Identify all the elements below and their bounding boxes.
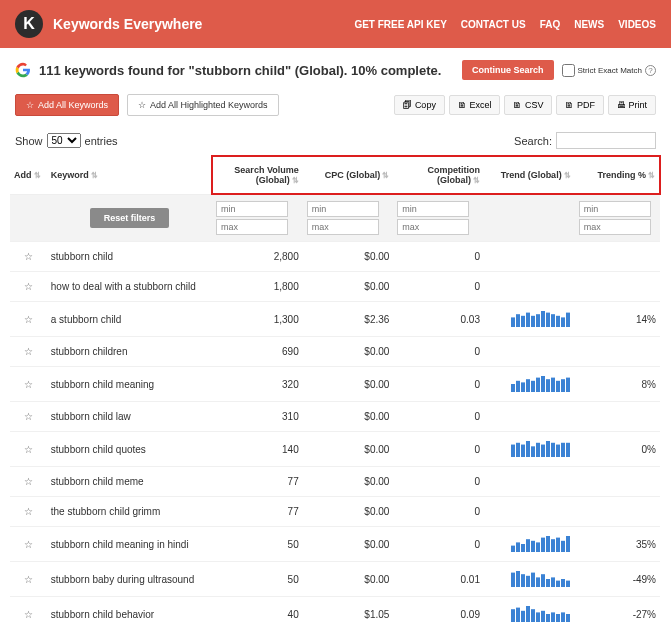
nav-api-key[interactable]: GET FREE API KEY	[354, 19, 446, 30]
nav-faq[interactable]: FAQ	[540, 19, 561, 30]
svg-rect-53	[536, 577, 540, 587]
trending-min-input[interactable]	[579, 201, 651, 217]
add-all-keywords-button[interactable]: ☆ Add All Keywords	[15, 94, 119, 116]
svg-rect-28	[531, 446, 535, 457]
table-row: ☆ stubborn child quotes 140 $0.00 0 0%	[10, 432, 660, 467]
col-trend[interactable]: Trend (Global)⇅	[484, 156, 575, 194]
excel-button[interactable]: 🗎 Excel	[449, 95, 501, 115]
svg-rect-4	[531, 316, 535, 327]
svg-rect-70	[561, 612, 565, 622]
csv-button[interactable]: 🗎 CSV	[504, 95, 552, 115]
copy-button[interactable]: 🗐 Copy	[394, 95, 445, 115]
star-icon[interactable]: ☆	[24, 506, 33, 517]
comp-cell: 0	[393, 242, 484, 272]
table-row: ☆ stubborn child 2,800 $0.00 0	[10, 242, 660, 272]
trending-cell	[575, 467, 660, 497]
trending-cell	[575, 337, 660, 367]
comp-max-input[interactable]	[397, 219, 469, 235]
col-trending[interactable]: Trending %⇅	[575, 156, 660, 194]
strict-label: Strict Exact Match	[578, 66, 642, 75]
col-competition[interactable]: Competition (Global)⇅	[393, 156, 484, 194]
print-button[interactable]: 🖶 Print	[608, 95, 656, 115]
svg-rect-57	[556, 581, 560, 587]
table-row: ☆ stubborn child law 310 $0.00 0	[10, 402, 660, 432]
svg-rect-35	[566, 443, 570, 457]
star-icon[interactable]: ☆	[24, 379, 33, 390]
svg-rect-59	[566, 581, 570, 587]
cpc-min-input[interactable]	[307, 201, 379, 217]
col-volume[interactable]: Search Volume (Global)⇅	[212, 156, 303, 194]
cpc-cell: $0.00	[303, 337, 394, 367]
nav-videos[interactable]: VIDEOS	[618, 19, 656, 30]
search-input[interactable]	[556, 132, 656, 149]
col-keyword[interactable]: Keyword⇅	[47, 156, 212, 194]
add-highlighted-button[interactable]: ☆ Add All Highlighted Keywords	[127, 94, 279, 116]
star-icon[interactable]: ☆	[24, 314, 33, 325]
svg-rect-13	[516, 381, 520, 392]
comp-cell: 0.01	[393, 562, 484, 597]
cpc-cell: $0.00	[303, 562, 394, 597]
actions-row: ☆ Add All Keywords ☆ Add All Highlighted…	[0, 88, 671, 122]
keyword-cell: stubborn child quotes	[47, 432, 212, 467]
svg-rect-69	[556, 614, 560, 622]
nav-contact[interactable]: CONTACT US	[461, 19, 526, 30]
star-icon[interactable]: ☆	[24, 251, 33, 262]
volume-cell: 50	[212, 562, 303, 597]
trend-cell	[484, 527, 575, 562]
cpc-max-input[interactable]	[307, 219, 379, 235]
comp-min-input[interactable]	[397, 201, 469, 217]
svg-rect-40	[531, 541, 535, 552]
volume-cell: 310	[212, 402, 303, 432]
volume-min-input[interactable]	[216, 201, 288, 217]
star-icon[interactable]: ☆	[24, 346, 33, 357]
trending-cell: 8%	[575, 367, 660, 402]
keyword-cell: the stubborn child grimm	[47, 497, 212, 527]
svg-rect-5	[536, 314, 540, 327]
keyword-cell: stubborn baby during ultrasound	[47, 562, 212, 597]
svg-rect-44	[551, 539, 555, 552]
svg-rect-62	[521, 611, 525, 622]
svg-rect-64	[531, 609, 535, 622]
svg-rect-47	[566, 536, 570, 552]
strict-match-toggle[interactable]: Strict Exact Match ?	[562, 64, 656, 77]
star-icon[interactable]: ☆	[24, 476, 33, 487]
entries-suffix: entries	[85, 135, 118, 147]
trend-sparkline	[511, 571, 571, 587]
star-icon[interactable]: ☆	[24, 411, 33, 422]
comp-cell: 0	[393, 367, 484, 402]
svg-rect-21	[556, 381, 560, 392]
nav-news[interactable]: NEWS	[574, 19, 604, 30]
svg-rect-24	[511, 445, 515, 457]
volume-cell: 690	[212, 337, 303, 367]
svg-rect-29	[536, 443, 540, 457]
volume-max-input[interactable]	[216, 219, 288, 235]
info-icon[interactable]: ?	[645, 65, 656, 76]
trending-max-input[interactable]	[579, 219, 651, 235]
svg-rect-16	[531, 381, 535, 392]
cpc-cell: $0.00	[303, 402, 394, 432]
svg-rect-23	[566, 378, 570, 392]
svg-rect-43	[546, 536, 550, 552]
star-icon[interactable]: ☆	[24, 281, 33, 292]
col-add[interactable]: Add⇅	[10, 156, 47, 194]
trending-cell: 35%	[575, 527, 660, 562]
trending-cell: 0%	[575, 432, 660, 467]
cpc-cell: $0.00	[303, 242, 394, 272]
volume-cell: 1,300	[212, 302, 303, 337]
strict-match-checkbox[interactable]	[562, 64, 575, 77]
col-cpc[interactable]: CPC (Global)⇅	[303, 156, 394, 194]
svg-rect-56	[551, 577, 555, 587]
entries-select[interactable]: 50	[47, 133, 81, 148]
star-icon[interactable]: ☆	[24, 539, 33, 550]
keyword-cell: how to deal with a stubborn child	[47, 272, 212, 302]
reset-filters-button[interactable]: Reset filters	[90, 208, 170, 228]
star-icon[interactable]: ☆	[24, 444, 33, 455]
pdf-button[interactable]: 🗎 PDF	[556, 95, 604, 115]
volume-cell: 1,800	[212, 272, 303, 302]
star-icon[interactable]: ☆	[24, 574, 33, 585]
cpc-cell: $0.00	[303, 527, 394, 562]
continue-search-button[interactable]: Continue Search	[462, 60, 554, 80]
star-icon[interactable]: ☆	[24, 609, 33, 620]
svg-rect-11	[566, 313, 570, 327]
cpc-cell: $1.05	[303, 597, 394, 623]
